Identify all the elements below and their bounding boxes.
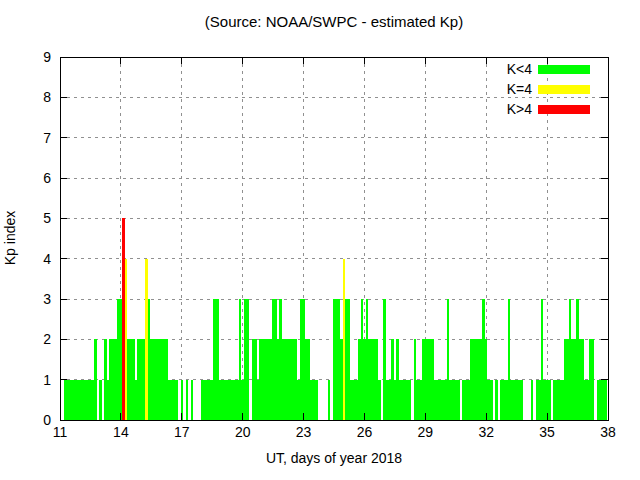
x-tick-label: 38 — [600, 424, 616, 440]
kp-bar — [505, 380, 508, 420]
kp-bar — [345, 299, 348, 420]
kp-bar — [290, 339, 293, 420]
x-tick-label: 35 — [539, 424, 555, 440]
kp-bar — [439, 380, 442, 420]
kp-bar — [427, 339, 430, 420]
kp-bar — [125, 259, 128, 420]
kp-bar — [300, 299, 303, 420]
kp-bar — [122, 218, 125, 420]
kp-bar — [254, 339, 257, 420]
legend-swatch-green — [538, 65, 590, 74]
legend-label-k-eq-4: K=4 — [507, 81, 533, 97]
kp-bar — [564, 339, 567, 420]
kp-bar — [310, 380, 313, 420]
kp-bar — [356, 380, 359, 420]
kp-bar — [160, 339, 163, 420]
kp-bar — [518, 380, 521, 420]
kp-bar — [602, 380, 605, 420]
kp-bar — [444, 380, 447, 420]
kp-bar — [155, 339, 158, 420]
kp-bar — [452, 380, 455, 420]
kp-bar — [424, 339, 427, 420]
kp-bar — [442, 380, 445, 420]
kp-bar — [480, 339, 483, 420]
kp-bar — [487, 380, 490, 420]
y-tick-label: 5 — [43, 210, 51, 226]
x-tick-label: 14 — [113, 424, 129, 440]
kp-bar — [64, 380, 67, 420]
kp-bar — [401, 380, 404, 420]
kp-bar — [79, 380, 82, 420]
kp-bar — [234, 380, 237, 420]
y-axis-label: Kp index — [2, 211, 18, 265]
kp-bar — [599, 380, 602, 420]
kp-bar — [404, 380, 407, 420]
kp-bar — [429, 339, 432, 420]
kp-bar — [279, 299, 282, 420]
kp-bar — [419, 380, 422, 420]
kp-bar — [490, 380, 493, 420]
kp-bar — [92, 380, 95, 420]
kp-bar — [71, 380, 74, 420]
kp-bar — [477, 339, 480, 420]
kp-bar — [186, 380, 189, 420]
kp-bars — [61, 218, 607, 420]
legend-label-k-lt-4: K<4 — [507, 61, 533, 77]
kp-bar — [503, 380, 506, 420]
kp-bar — [449, 380, 452, 420]
kp-bar — [244, 299, 247, 420]
kp-bar — [508, 299, 511, 420]
kp-bar — [229, 380, 232, 420]
x-tick-label: 23 — [296, 424, 312, 440]
kp-bar — [264, 339, 267, 420]
kp-bar — [257, 380, 260, 420]
kp-bar — [462, 380, 465, 420]
y-tick-label: 0 — [43, 412, 51, 428]
legend-row-k-lt-4: K<4 — [507, 61, 590, 77]
legend: K<4 K=4 K>4 — [507, 61, 590, 117]
kp-bar — [216, 299, 219, 420]
kp-bar — [285, 339, 288, 420]
kp-bar — [82, 380, 85, 420]
y-tick-label: 4 — [43, 251, 51, 267]
kp-bar — [267, 339, 270, 420]
kp-bar — [579, 339, 582, 420]
kp-bar — [87, 380, 90, 420]
kp-bar — [211, 380, 214, 420]
kp-bar — [120, 299, 123, 420]
kp-bar — [340, 339, 343, 420]
kp-bar — [543, 380, 546, 420]
kp-bar — [409, 380, 412, 420]
kp-bar — [112, 339, 115, 420]
kp-bar — [145, 259, 148, 420]
kp-bar — [274, 299, 277, 420]
x-tick-label: 17 — [174, 424, 190, 440]
kp-bar — [130, 339, 133, 420]
kp-bar — [61, 380, 62, 420]
kp-bar — [378, 380, 381, 420]
kp-bar — [272, 299, 275, 420]
kp-bar — [252, 339, 255, 420]
x-tick-label: 26 — [357, 424, 373, 440]
kp-bar — [117, 299, 120, 420]
kp-bar — [447, 299, 450, 420]
kp-bar — [515, 380, 518, 420]
kp-bar — [338, 299, 341, 420]
kp-bar — [307, 339, 310, 420]
kp-bar — [140, 339, 143, 420]
kp-bar — [472, 339, 475, 420]
kp-bar — [277, 339, 280, 420]
kp-bar — [538, 380, 541, 420]
kp-bar — [109, 339, 112, 420]
kp-bar — [305, 339, 308, 420]
x-tick-label: 29 — [418, 424, 434, 440]
kp-bar — [259, 339, 262, 420]
y-tick-label: 9 — [43, 49, 51, 65]
kp-bar — [142, 339, 145, 420]
kp-bar — [99, 380, 102, 420]
kp-bar — [368, 339, 371, 420]
kp-bar — [465, 380, 468, 420]
kp-bar — [148, 299, 151, 420]
kp-bar — [604, 380, 607, 420]
kp-bar — [203, 380, 206, 420]
